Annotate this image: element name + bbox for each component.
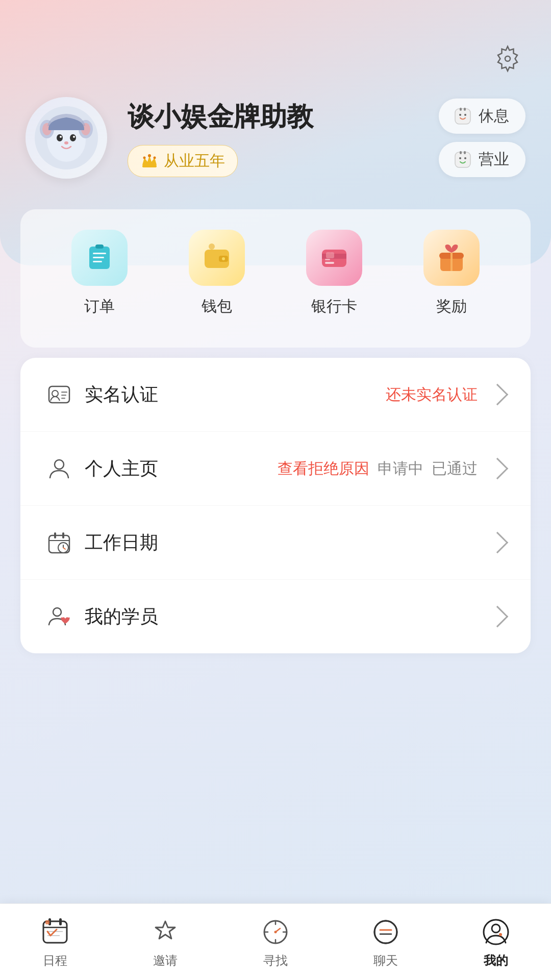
svg-point-14 [143,157,146,159]
svg-point-18 [464,114,466,116]
business-label: 营业 [479,149,509,170]
profile-info: 谈小娱金牌助教 从业五年 [128,99,418,177]
svg-point-10 [73,136,75,138]
svg-point-8 [70,134,76,141]
orders-icon [71,230,128,286]
profile-section: 谈小娱金牌助教 从业五年 [0,87,551,199]
svg-rect-29 [93,261,102,262]
svg-rect-63 [59,918,62,925]
quick-actions: 订单 钱包 [20,209,531,348]
mine-nav-label: 我的 [484,952,508,969]
svg-rect-27 [93,253,106,254]
svg-point-22 [459,157,461,159]
work-date-icon [46,529,72,556]
bank-label: 银行卡 [311,296,357,317]
my-students-chevron [487,606,508,627]
svg-rect-48 [61,391,67,393]
svg-rect-38 [325,259,330,260]
svg-rect-28 [93,257,104,258]
chat-nav-label: 聊天 [373,952,398,969]
reward-label: 奖励 [436,296,467,317]
svg-point-59 [53,608,61,616]
profile-page-right: 查看拒绝原因 申请中 已通过 [278,458,505,479]
svg-point-80 [499,933,502,936]
quick-action-bank[interactable]: 银行卡 [306,230,362,317]
svg-point-9 [60,136,62,138]
business-button[interactable]: 营业 [439,142,525,177]
rest-label: 休息 [479,106,509,127]
mine-nav-icon [480,916,512,948]
profile-page-status-gray: 申请中 [378,458,423,479]
svg-rect-30 [95,244,104,249]
svg-point-11 [64,141,68,144]
svg-point-77 [374,921,397,943]
rest-button[interactable]: 休息 [439,99,525,134]
find-nav-icon [259,916,292,948]
svg-rect-37 [325,262,334,264]
menu-item-profile-page[interactable]: 个人主页 查看拒绝原因 申请中 已通过 [20,432,531,506]
profile-name: 谈小娱金牌助教 [128,99,418,135]
menu-item-work-date[interactable]: 工作日期 [20,506,531,580]
svg-point-33 [222,257,225,260]
menu-item-real-name[interactable]: 实名认证 还未实名认证 [20,358,531,432]
invite-nav-icon [149,916,182,948]
svg-rect-25 [464,151,466,154]
svg-line-73 [276,928,280,932]
settings-icon[interactable] [490,41,525,77]
my-students-icon [46,603,72,630]
svg-rect-20 [464,108,466,111]
svg-point-47 [52,390,58,397]
nav-invite[interactable]: 邀请 [110,916,220,969]
svg-rect-16 [455,109,470,124]
my-students-title: 我的学员 [85,604,158,629]
find-nav-label: 寻找 [263,952,288,969]
nav-find[interactable]: 寻找 [220,916,331,969]
profile-page-status-gray2: 已通过 [432,458,478,479]
schedule-nav-icon [39,916,71,948]
menu-item-my-students[interactable]: 我的学员 [20,580,531,653]
chat-nav-icon [369,916,402,948]
svg-rect-54 [54,532,56,538]
svg-rect-24 [460,151,462,154]
svg-rect-49 [61,395,66,396]
real-name-right: 还未实名认证 [386,384,505,405]
nav-chat[interactable]: 聊天 [331,916,441,969]
svg-point-7 [57,134,63,141]
nav-schedule[interactable]: 日程 [0,916,110,969]
svg-point-51 [55,460,64,469]
work-date-right [486,535,505,550]
svg-point-34 [209,243,215,250]
svg-rect-45 [450,253,453,271]
invite-nav-label: 邀请 [153,952,178,969]
work-date-title: 工作日期 [85,530,158,555]
svg-point-79 [492,924,500,933]
quick-action-orders[interactable]: 订单 [71,230,128,317]
nav-mine[interactable]: 我的 [441,916,551,969]
real-name-status: 还未实名认证 [386,384,478,405]
badge-text: 从业五年 [164,151,225,172]
profile-page-chevron [487,458,508,479]
work-date-chevron [487,532,508,553]
svg-point-13 [148,154,151,157]
avatar[interactable] [26,97,107,179]
real-name-title: 实名认证 [85,382,158,407]
svg-point-23 [464,157,466,159]
bank-icon [306,230,362,286]
profile-page-icon [46,455,72,482]
real-name-chevron [487,384,508,405]
svg-rect-12 [142,165,157,167]
schedule-nav-label: 日程 [43,952,67,969]
status-buttons: 休息 营业 [439,99,525,177]
real-name-icon [46,381,72,408]
svg-point-15 [154,157,156,159]
svg-rect-55 [62,532,64,538]
wallet-icon [189,230,245,286]
quick-action-wallet[interactable]: 钱包 [189,230,245,317]
bottom-nav: 日程 邀请 寻找 [0,903,551,980]
orders-label: 订单 [84,296,115,317]
quick-action-reward[interactable]: 奖励 [423,230,480,317]
wallet-label: 钱包 [202,296,232,317]
profile-page-status-red: 查看拒绝原因 [278,458,369,479]
svg-point-17 [459,114,461,116]
profile-page-title: 个人主页 [85,456,158,481]
